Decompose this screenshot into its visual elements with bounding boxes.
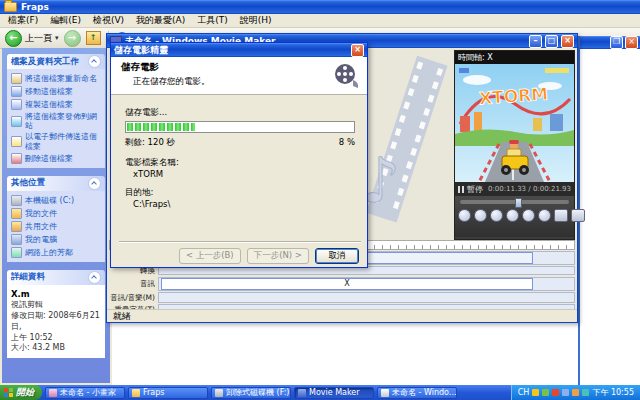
split-clip-button[interactable] (554, 209, 568, 222)
menu-item-edit[interactable]: 編輯(E) (50, 14, 81, 27)
place-my-computer[interactable]: 我的電腦 (9, 233, 103, 246)
chevron-up-icon[interactable] (88, 271, 101, 284)
cancel-button[interactable]: 取消 (315, 248, 359, 264)
stop-button[interactable] (506, 209, 519, 222)
track-music-label: 音訊/音樂(M) (109, 293, 158, 303)
desktop: Fraps 檔案(F) 編輯(E) 檢視(V) 我的最愛(A) 工具(T) 說明… (0, 0, 640, 400)
task-delete[interactable]: 刪除這個檔案 (9, 152, 103, 165)
menu-item-tools[interactable]: 工具(T) (197, 14, 228, 27)
audio-clip[interactable]: X (161, 278, 533, 290)
task-rename-label: 將這個檔案重新命名 (25, 74, 97, 83)
previous-frame-button[interactable] (458, 209, 471, 222)
forward-button[interactable] (522, 209, 535, 222)
task-email[interactable]: 以電子郵件傳送這個檔案 (9, 131, 103, 151)
task-move[interactable]: 移動這個檔案 (9, 85, 103, 98)
task-rename[interactable]: 將這個檔案重新命名 (9, 72, 103, 85)
save-movie-wizard-dialog: 儲存電影精靈 × 儲存電影 正在儲存您的電影。 儲存電影... 剩餘: 120 … (110, 42, 368, 268)
up-button[interactable]: ↑ (86, 31, 101, 45)
tray-icon-4[interactable] (562, 389, 569, 396)
folder-icon (132, 389, 140, 397)
forward-button[interactable]: → (64, 30, 81, 47)
back-dropdown-icon[interactable]: ▾ (55, 34, 59, 42)
chevron-up-icon[interactable] (88, 177, 101, 190)
maximize-icon[interactable]: □ (545, 35, 558, 48)
close-icon[interactable]: × (625, 36, 638, 49)
menu-item-view[interactable]: 檢視(V) (93, 14, 124, 27)
close-icon[interactable]: × (561, 35, 574, 48)
place-local-disk-label: 本機磁碟 (C:) (25, 196, 74, 205)
chevron-up-icon[interactable] (88, 55, 101, 68)
minimize-icon[interactable]: – (529, 35, 542, 48)
other-places-panel-header[interactable]: 其他位置 (7, 176, 105, 191)
tray-icon-1[interactable] (532, 389, 539, 396)
network-icon (11, 247, 22, 258)
place-local-disk[interactable]: 本機磁碟 (C:) (9, 194, 103, 207)
task-copy[interactable]: 複製這個檔案 (9, 98, 103, 111)
file-tasks-panel-header[interactable]: 檔案及資料夾工作 (7, 54, 105, 69)
details-panel: 詳細資料 X.m 視訊剪輯 修改日期: 2008年6月21日, 上午 10:52… (7, 270, 105, 358)
take-picture-button[interactable] (571, 209, 585, 222)
wizard-titlebar[interactable]: 儲存電影精靈 × (111, 43, 367, 57)
destination-label: 目的地: (125, 187, 153, 199)
place-my-documents[interactable]: 我的文件 (9, 207, 103, 220)
shared-documents-icon (11, 221, 22, 232)
pause-icon (458, 186, 464, 193)
tray-icon-3[interactable] (552, 389, 559, 396)
pause-label: 暫停 (467, 184, 483, 195)
track-music[interactable] (158, 292, 575, 303)
place-shared-documents-label: 共用文件 (25, 222, 57, 231)
track-audio-label: 音訊 (109, 279, 158, 289)
taskbar-item-fraps[interactable]: Fraps (128, 387, 208, 399)
back-button[interactable]: < 上一步(B) (179, 248, 241, 264)
pause-status: 暫停 (458, 184, 483, 195)
document-icon (381, 389, 389, 397)
next-button[interactable]: 下一步(N) > (247, 248, 309, 264)
clock[interactable]: 下午 10:55 (592, 387, 634, 398)
progress-fill (127, 123, 195, 131)
menu-item-help[interactable]: 說明(H) (240, 14, 272, 27)
preview-info-row: 暫停 0:00:11.33 / 0:00:21.93 (455, 182, 574, 196)
language-indicator[interactable]: CH (518, 388, 530, 397)
tray-icon-2[interactable] (542, 389, 549, 396)
seek-slider[interactable] (460, 200, 569, 204)
track-audio[interactable]: X (158, 277, 575, 291)
back-button[interactable]: ← 上一頁 ▾ (5, 30, 59, 47)
preview-header-label: 時間軸: X (458, 52, 493, 63)
rewind-button[interactable] (474, 209, 487, 222)
next-frame-button[interactable] (538, 209, 551, 222)
volume-icon[interactable] (582, 389, 589, 396)
close-icon[interactable]: × (351, 44, 364, 57)
file-tasks-panel-title: 檔案及資料夾工作 (11, 56, 79, 68)
play-pause-button[interactable] (490, 209, 503, 222)
place-network-label: 網路上的芳鄰 (25, 248, 73, 257)
background-window-titlebar[interactable]: ❐ × (580, 36, 640, 49)
tray-icon-5[interactable] (572, 389, 579, 396)
disk-drive-icon (11, 195, 22, 206)
details-panel-header[interactable]: 詳細資料 (7, 270, 105, 285)
details-modified: 修改日期: 2008年6月21日, (11, 311, 101, 333)
taskbar-item-untitled-label: 未命名 - Windo... (392, 387, 456, 398)
taskbar-item-removable-disk[interactable]: 卸除式磁碟機 (F:) (211, 387, 291, 399)
preview-pane: 時間軸: X (454, 50, 575, 240)
menu-item-favorites[interactable]: 我的最愛(A) (136, 14, 185, 27)
explorer-titlebar[interactable]: Fraps (0, 0, 640, 14)
taskbar-item-fraps-label: Fraps (143, 388, 164, 397)
taskbar-item-paint[interactable]: 未命名 - 小畫家 (45, 387, 125, 399)
task-copy-label: 複製這個檔案 (25, 100, 73, 109)
menu-item-file[interactable]: 檔案(F) (8, 14, 38, 27)
taskbar-item-untitled[interactable]: 未命名 - Windo... (377, 387, 457, 399)
separator (119, 241, 361, 243)
restore-icon[interactable]: ❐ (610, 36, 623, 49)
seek-thumb[interactable] (515, 198, 522, 208)
start-button[interactable]: 開始 (0, 385, 42, 400)
disk-drive-icon (215, 389, 223, 397)
details-modified-time: 上午 10:52 (11, 333, 101, 344)
taskbar-item-paint-label: 未命名 - 小畫家 (60, 387, 116, 398)
game-frame-graphic: XTORM (455, 64, 574, 182)
place-shared-documents[interactable]: 共用文件 (9, 220, 103, 233)
task-publish[interactable]: 將這個檔案發佈到網站 (9, 111, 103, 131)
place-network[interactable]: 網路上的芳鄰 (9, 246, 103, 259)
task-delete-label: 刪除這個檔案 (25, 154, 73, 163)
taskbar-item-movie-maker[interactable]: Movie Maker (294, 387, 374, 399)
save-progress-bar (125, 121, 355, 133)
